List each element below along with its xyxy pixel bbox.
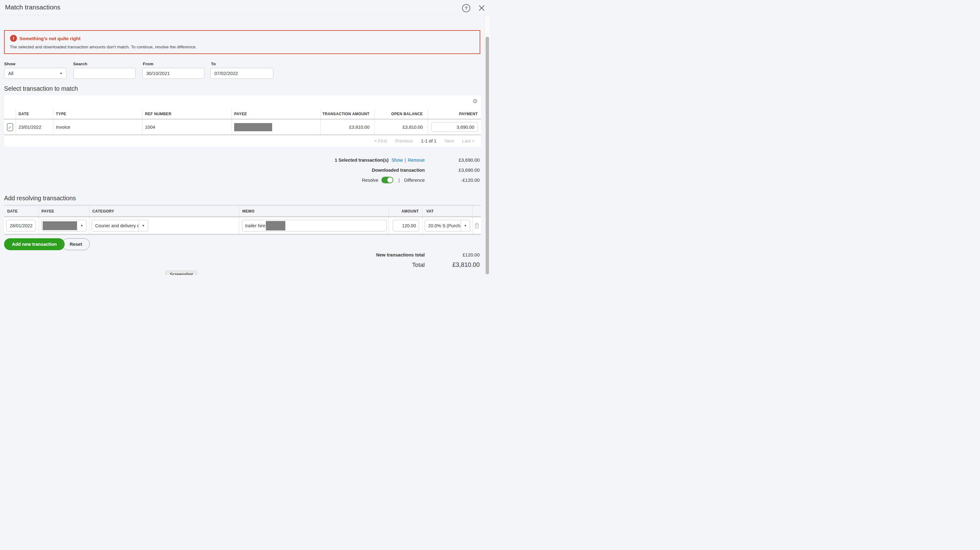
pagination-next[interactable]: Next [444, 138, 454, 143]
resolving-table: DATE PAYEE CATEGORY MEMO AMOUNT VAT ▼ Co… [4, 205, 481, 235]
search-box [73, 68, 135, 79]
pagination-first[interactable]: < First [374, 138, 387, 143]
column-header-open-balance: OPEN BALANCE [374, 109, 428, 119]
trash-icon[interactable] [474, 223, 479, 229]
chevron-down-icon: ▼ [60, 72, 62, 75]
row-checkbox-checked[interactable]: ✓ [7, 123, 13, 131]
add-new-transaction-button[interactable]: Add new transaction [4, 238, 65, 250]
chevron-down-icon: ▼ [80, 224, 83, 227]
toggle-knob [387, 177, 393, 183]
column-header-transaction-amount: TRANSACTION AMOUNT [320, 109, 374, 119]
total-amount: £3,810.00 [425, 261, 480, 269]
match-transactions-dialog: Match transactions ? ! Something’s not q… [0, 0, 490, 275]
from-date-input[interactable] [142, 68, 204, 79]
column-header-type: TYPE [53, 109, 142, 119]
help-icon[interactable]: ? [462, 4, 470, 12]
downloaded-amount: £3,690.00 [425, 167, 480, 173]
pagination-previous[interactable]: Previous [395, 138, 413, 143]
remove-link[interactable]: Remove [408, 157, 425, 163]
row-type: Invoice [53, 119, 142, 134]
error-message: The selected and downloaded transaction … [10, 45, 197, 49]
page-title: Match transactions [5, 3, 60, 11]
column-header-ref-number: REF NUMBER [142, 109, 231, 119]
column-header-payee: PAYEE [38, 206, 89, 216]
memo-input[interactable]: trailer hire [242, 220, 387, 231]
column-header-memo: MEMO [239, 206, 388, 216]
resolve-summary-row: Resolve | Difference -£120.00 [0, 177, 480, 183]
column-header-vat: VAT [422, 206, 473, 216]
chevron-down-icon: ▼ [142, 224, 145, 227]
vat-dropdown[interactable]: 20.0% S (Purcha ▼ [425, 220, 470, 231]
show-select-value: All [8, 71, 60, 76]
scrollbar-track [484, 15, 490, 275]
to-date-input[interactable] [210, 68, 274, 79]
row-date: 23/01/2022 [16, 119, 53, 134]
dialog-header: Match transactions ? [0, 0, 490, 15]
screenshot-button[interactable]: Screenshot [165, 270, 197, 275]
column-header-amount: AMOUNT [388, 206, 422, 216]
category-value: Courier and delivery ch [92, 220, 138, 231]
to-label: To [211, 62, 216, 66]
show-label: Show [4, 62, 15, 66]
pagination-last[interactable]: Last > [462, 138, 475, 143]
resolve-divider: | [398, 178, 399, 183]
show-select[interactable]: All ▼ [4, 68, 67, 79]
match-table-toolbar: ⚙ [4, 95, 481, 109]
total-label: Total [412, 262, 425, 269]
vat-value: 20.0% S (Purcha [425, 220, 460, 231]
redacted-memo-text [266, 221, 285, 230]
show-link[interactable]: Show [391, 157, 403, 163]
new-total-label: New transactions total [376, 253, 425, 258]
gear-icon[interactable]: ⚙ [473, 98, 478, 104]
resolve-toggle-on[interactable] [382, 177, 393, 183]
scrollbar-thumb[interactable] [485, 37, 489, 274]
difference-label: Difference [404, 178, 425, 183]
column-header-payment: PAYMENT [428, 109, 481, 119]
alert-icon: ! [10, 35, 17, 42]
memo-text: trailer hire [245, 223, 265, 228]
payment-input[interactable] [431, 122, 478, 132]
error-title: Something’s not quite right [19, 36, 80, 41]
resolve-label: Resolve [362, 178, 378, 183]
row-ref-number: 1004 [142, 119, 231, 134]
close-icon[interactable] [478, 5, 485, 11]
column-header-payee: PAYEE [231, 109, 320, 119]
column-header-category: CATEGORY [89, 206, 239, 216]
pagination-range: 1-1 of 1 [421, 138, 436, 143]
redacted-payee [43, 221, 77, 230]
category-dropdown[interactable]: Courier and delivery ch ▼ [92, 220, 148, 231]
new-total-amount: £120.00 [425, 252, 480, 258]
column-header-date: DATE [4, 206, 38, 216]
match-table-header: DATE TYPE REF NUMBER PAYEE TRANSACTION A… [4, 109, 481, 119]
search-input[interactable] [74, 68, 135, 78]
downloaded-summary-row: Downloaded transaction £3,690.00 [0, 167, 480, 173]
column-header-date: DATE [16, 109, 53, 119]
resolving-section-title: Add resolving transactions [4, 195, 76, 202]
redacted-payee [234, 123, 272, 131]
amount-input[interactable] [393, 220, 419, 231]
resolving-table-header: DATE PAYEE CATEGORY MEMO AMOUNT VAT [4, 206, 481, 217]
selected-summary-row: 1 Selected transaction(s) Show | Remove … [0, 157, 480, 163]
total-row: Total £3,810.00 [0, 261, 480, 269]
new-transactions-total-row: New transactions total £120.00 [0, 252, 480, 258]
search-label: Search [73, 62, 87, 66]
resolving-row: ▼ Courier and delivery ch ▼ trailer hire [4, 217, 481, 235]
error-banner: ! Something’s not quite right The select… [4, 30, 480, 54]
from-label: From [143, 62, 153, 66]
resolving-payee-dropdown[interactable]: ▼ [41, 220, 87, 231]
match-table: ⚙ DATE TYPE REF NUMBER PAYEE TRANSACTION… [4, 95, 481, 146]
selected-amount: £3,690.00 [425, 157, 480, 163]
table-row: ✓ 23/01/2022 Invoice 1004 £3,810.00 £3,8… [4, 119, 481, 135]
resolving-date-input[interactable] [6, 220, 36, 231]
reset-button[interactable]: Reset [62, 238, 90, 250]
pagination: < First Previous 1-1 of 1 Next Last > [4, 135, 481, 146]
selected-count-label: 1 Selected transaction(s) [335, 157, 388, 163]
row-open-balance: £3,810.00 [374, 119, 428, 134]
match-section-title: Select transaction to match [4, 85, 78, 92]
downloaded-label: Downloaded transaction [372, 168, 425, 173]
row-transaction-amount: £3,810.00 [320, 119, 374, 134]
link-divider: | [405, 157, 406, 163]
chevron-down-icon: ▼ [464, 224, 467, 227]
difference-amount: -£120.00 [425, 177, 480, 183]
